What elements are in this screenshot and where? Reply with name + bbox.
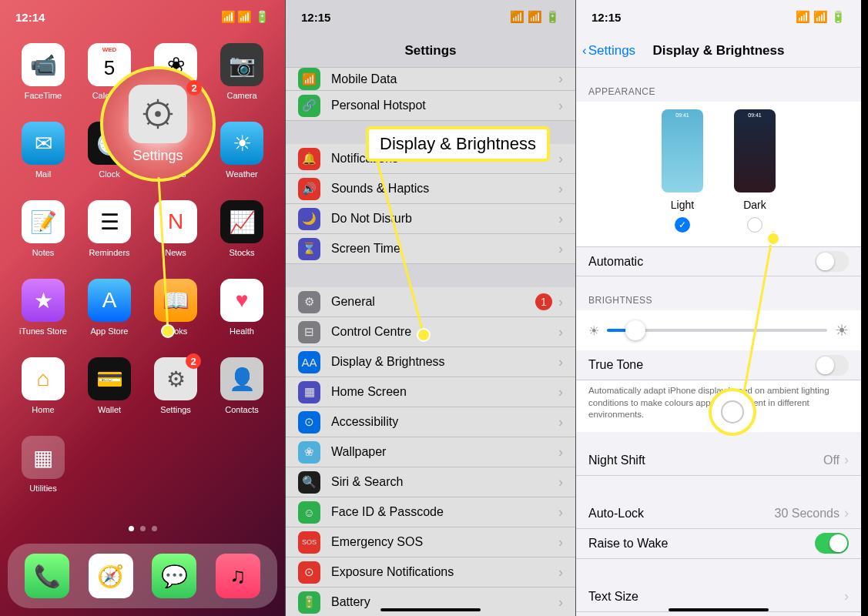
row-label: Do Not Disturb [331, 212, 558, 226]
row-label: Face ID & Passcode [331, 505, 558, 519]
badge: 2 [186, 353, 201, 369]
slider-thumb[interactable] [625, 320, 645, 340]
app-label: Notes [32, 248, 55, 257]
settings-row-control-centre[interactable]: ⊟Control Centre› [286, 317, 575, 347]
app-label: Books [164, 326, 188, 336]
svg-line-5 [148, 103, 151, 106]
chevron-right-icon: › [844, 505, 849, 521]
app-facetime[interactable]: 📹FaceTime [22, 43, 65, 100]
appearance-row: 09:41 Light ✓ 09:41 Dark [576, 102, 861, 246]
row-label: Display & Brightness [331, 355, 558, 369]
app-itunes-store[interactable]: ★iTunes Store [19, 279, 67, 336]
settings-row-general[interactable]: ⚙General1› [286, 287, 575, 317]
raise-row[interactable]: Raise to Wake [576, 529, 861, 559]
app-stocks[interactable]: 📈Stocks [220, 200, 263, 257]
settings-row-display-brightness[interactable]: AADisplay & Brightness› [286, 347, 575, 377]
settings-row-siri-search[interactable]: 🔍Siri & Search› [286, 467, 575, 497]
dock-app[interactable]: ♫ [216, 554, 260, 598]
textsize-row[interactable]: Text Size › [576, 582, 861, 612]
radio-unselected[interactable] [747, 217, 762, 233]
row-label: Accessibility [331, 415, 558, 429]
row-label: Battery [331, 595, 558, 609]
row-icon: ⊟ [298, 321, 320, 343]
settings-row-wallpaper[interactable]: ❀Wallpaper› [286, 437, 575, 467]
chevron-right-icon: › [558, 98, 563, 114]
app-settings[interactable]: ⚙2Settings [154, 357, 197, 414]
app-notes[interactable]: 📝Notes [22, 200, 65, 257]
chevron-right-icon: › [558, 474, 563, 490]
app-app-store[interactable]: AApp Store [88, 279, 131, 336]
settings-row-face-id-passcode[interactable]: ☺Face ID & Passcode› [286, 497, 575, 527]
row-label: General [331, 295, 535, 309]
svg-line-8 [166, 103, 169, 106]
app-weather[interactable]: ☀Weather [220, 122, 263, 179]
app-label: Camera [226, 91, 256, 100]
row-label: Night Shift [588, 454, 823, 467]
dot[interactable] [140, 526, 146, 531]
row-label: Mobile Data [331, 72, 558, 86]
home-indicator[interactable] [380, 608, 481, 611]
dot[interactable] [129, 526, 134, 531]
page-dots[interactable] [0, 526, 285, 531]
app-utilities[interactable]: ▦Utilities [22, 436, 65, 493]
app-books[interactable]: 📖Books [154, 279, 197, 336]
settings-row-emergency-sos[interactable]: SOSEmergency SOS› [286, 527, 575, 557]
home-indicator[interactable] [669, 608, 769, 611]
nightshift-row[interactable]: Night Shift Off › [576, 446, 861, 476]
dock-app[interactable]: 🧭 [89, 554, 133, 598]
app-label: Health [230, 326, 254, 336]
settings-row-do-not-disturb[interactable]: 🌙Do Not Disturb› [286, 204, 575, 234]
settings-row-exposure-notifications[interactable]: ⊙Exposure Notifications› [286, 557, 575, 588]
row-label: Sounds & Haptics [331, 182, 558, 196]
dock-app[interactable]: 💬 [152, 554, 196, 598]
app-mail[interactable]: ✉Mail [22, 122, 65, 179]
row-icon: AA [298, 351, 320, 373]
settings-row-home-screen[interactable]: ▦Home Screen› [286, 377, 575, 407]
app-wallet[interactable]: 💳Wallet [88, 357, 131, 414]
appearance-light[interactable]: 09:41 Light ✓ [662, 109, 703, 233]
autolock-row[interactable]: Auto-Lock 30 Seconds › [576, 499, 861, 529]
app-label: Home [32, 405, 54, 414]
app-news[interactable]: NNews [154, 200, 197, 257]
app-reminders[interactable]: ☰Reminders [88, 200, 131, 257]
row-label: True Tone [588, 358, 815, 372]
row-value: 30 Seconds [774, 507, 840, 521]
app-camera[interactable]: 📷Camera [220, 43, 263, 100]
row-icon: SOS [298, 531, 320, 554]
toggle-off[interactable] [815, 355, 849, 376]
chevron-right-icon: › [558, 181, 563, 197]
settings-row-accessibility[interactable]: ⊙Accessibility› [286, 407, 575, 437]
dot[interactable] [152, 526, 157, 531]
light-label: Light [671, 199, 694, 211]
settings-row-battery[interactable]: 🔋Battery› [286, 588, 575, 616]
automatic-row[interactable]: Automatic [576, 246, 861, 276]
settings-row-personal-hotspot[interactable]: 🔗Personal Hotspot› [286, 91, 575, 121]
settings-row-mobile-data[interactable]: 📶Mobile Data› [286, 68, 575, 91]
row-badge: 1 [535, 293, 552, 310]
app-health[interactable]: ♥Health [220, 279, 263, 336]
radio-selected[interactable]: ✓ [675, 217, 690, 233]
app-contacts[interactable]: 👤Contacts [220, 357, 263, 414]
status-bar: 12:15 📶 📶 🔋 [576, 0, 861, 34]
back-button[interactable]: ‹ Settings [582, 43, 635, 59]
dock-app[interactable]: 📞 [25, 554, 69, 598]
sun-large-icon: ☀ [835, 321, 849, 340]
brightness-slider[interactable] [607, 329, 827, 332]
row-icon: 🔗 [298, 95, 320, 117]
battery-icon: 🔋 [255, 10, 270, 24]
row-icon: 🔍 [298, 471, 320, 494]
appearance-dark[interactable]: 09:41 Dark [734, 109, 776, 233]
settings-icon [129, 85, 187, 143]
app-home[interactable]: ⌂Home [22, 357, 65, 414]
app-label: iTunes Store [19, 326, 67, 336]
section-header: APPEARANCE [576, 68, 861, 102]
toggle-on[interactable] [815, 533, 849, 554]
truetone-row[interactable]: True Tone [576, 350, 861, 380]
phone-settings: 12:15 📶 📶 🔋 Settings 📶Mobile Data›🔗Perso… [285, 0, 576, 616]
toggle-off[interactable] [815, 251, 849, 272]
chevron-right-icon: › [558, 414, 563, 430]
settings-row-sounds-haptics[interactable]: 🔊Sounds & Haptics› [286, 174, 575, 204]
status-time: 12:15 [301, 11, 330, 24]
app-label: App Store [91, 326, 129, 336]
settings-row-screen-time[interactable]: ⌛Screen Time› [286, 234, 575, 264]
